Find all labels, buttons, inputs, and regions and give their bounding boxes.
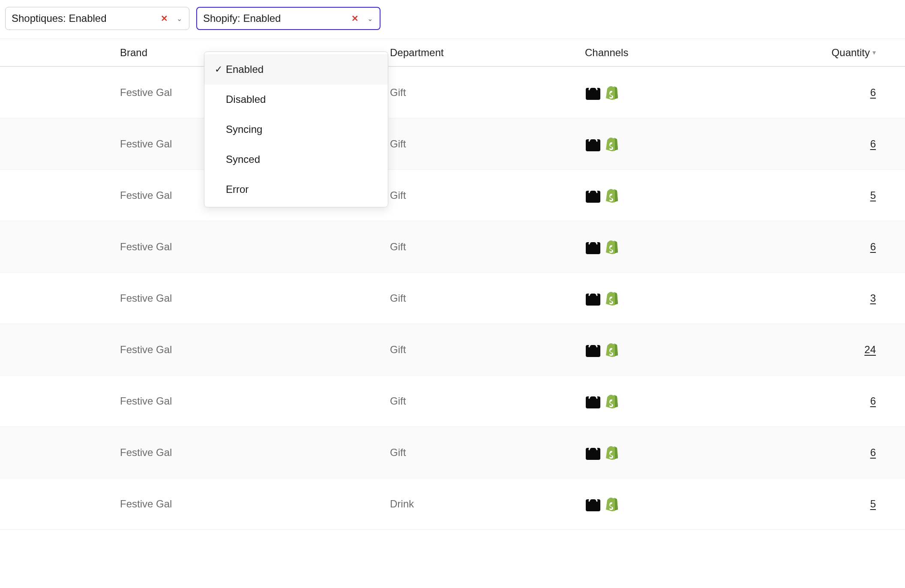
quantity-link[interactable]: 5 bbox=[870, 498, 876, 510]
td-brand: Festive Gal bbox=[120, 292, 390, 304]
shopify-icon bbox=[605, 291, 618, 306]
dropdown-option-label: Enabled bbox=[226, 63, 264, 75]
check-icon: ✓ bbox=[211, 64, 226, 75]
td-channels bbox=[585, 136, 771, 152]
shopify-icon bbox=[605, 342, 618, 357]
table-row[interactable]: Festive GalGift3 bbox=[0, 273, 905, 324]
td-brand: Festive Gal bbox=[120, 344, 390, 356]
filter-chip-shopify[interactable]: Shopify: Enabled ✕ ⌄ bbox=[196, 7, 381, 30]
td-department: Drink bbox=[390, 498, 585, 510]
filter-dropdown: ✓EnabledDisabledSyncingSyncedError bbox=[204, 51, 388, 207]
td-quantity: 24 bbox=[771, 344, 891, 356]
dropdown-option[interactable]: Synced bbox=[204, 144, 388, 174]
td-quantity: 5 bbox=[771, 189, 891, 201]
shopify-icon bbox=[605, 497, 618, 511]
filter-chip-label: Shopify: Enabled bbox=[203, 12, 345, 24]
quantity-link[interactable]: 24 bbox=[864, 344, 876, 355]
shoptiques-bag-icon bbox=[585, 84, 601, 101]
td-brand: Festive Gal bbox=[120, 241, 390, 253]
td-quantity: 6 bbox=[771, 241, 891, 253]
chevron-down-icon[interactable]: ⌄ bbox=[366, 15, 375, 23]
chevron-down-icon[interactable]: ⌄ bbox=[175, 15, 184, 23]
shoptiques-bag-icon bbox=[585, 290, 601, 306]
clear-icon[interactable]: ✕ bbox=[349, 13, 361, 24]
table-body: Festive GalGift6Festive GalGift6Festive … bbox=[0, 67, 905, 530]
shoptiques-bag-icon bbox=[585, 187, 601, 204]
td-brand: Festive Gal bbox=[120, 447, 390, 459]
td-brand: Festive Gal bbox=[120, 395, 390, 407]
quantity-link[interactable]: 6 bbox=[870, 138, 876, 150]
quantity-link[interactable]: 3 bbox=[870, 292, 876, 304]
shopify-icon bbox=[605, 137, 618, 151]
th-channels[interactable]: Channels bbox=[585, 47, 771, 59]
shopify-icon bbox=[605, 240, 618, 254]
td-quantity: 6 bbox=[771, 395, 891, 407]
th-quantity-label: Quantity bbox=[832, 47, 870, 59]
table-row[interactable]: Festive GalGift24 bbox=[0, 324, 905, 375]
td-department: Gift bbox=[390, 87, 585, 99]
shoptiques-bag-icon bbox=[585, 239, 601, 255]
td-department: Gift bbox=[390, 292, 585, 304]
dropdown-option[interactable]: Disabled bbox=[204, 84, 388, 114]
dropdown-option-label: Error bbox=[226, 183, 249, 195]
shoptiques-bag-icon bbox=[585, 393, 601, 409]
quantity-link[interactable]: 6 bbox=[870, 447, 876, 458]
filter-chip-label: Shoptiques: Enabled bbox=[12, 12, 154, 24]
td-channels bbox=[585, 496, 771, 512]
td-channels bbox=[585, 342, 771, 358]
th-department[interactable]: Department bbox=[390, 47, 585, 59]
dropdown-option[interactable]: Syncing bbox=[204, 114, 388, 144]
sort-desc-icon: ▾ bbox=[872, 48, 876, 57]
td-department: Gift bbox=[390, 189, 585, 201]
shoptiques-bag-icon bbox=[585, 444, 601, 461]
table-row[interactable]: Festive GalGift6 bbox=[0, 375, 905, 427]
td-department: Gift bbox=[390, 395, 585, 407]
table-row[interactable]: Festive GalGift6 bbox=[0, 67, 905, 118]
td-department: Gift bbox=[390, 447, 585, 459]
table-header: Brand Department Channels Quantity ▾ bbox=[0, 39, 905, 67]
td-quantity: 6 bbox=[771, 447, 891, 459]
dropdown-option-label: Synced bbox=[226, 153, 260, 165]
td-channels bbox=[585, 187, 771, 204]
quantity-link[interactable]: 5 bbox=[870, 189, 876, 201]
shopify-icon bbox=[605, 445, 618, 460]
dropdown-option-label: Disabled bbox=[226, 93, 266, 105]
dropdown-option[interactable]: Error bbox=[204, 174, 388, 204]
shopify-icon bbox=[605, 188, 618, 203]
table-row[interactable]: Festive GalDrink5 bbox=[0, 478, 905, 530]
filter-chip-shoptiques[interactable]: Shoptiques: Enabled ✕ ⌄ bbox=[5, 7, 189, 30]
td-department: Gift bbox=[390, 138, 585, 150]
td-brand: Festive Gal bbox=[120, 498, 390, 510]
shopify-icon bbox=[605, 394, 618, 408]
td-department: Gift bbox=[390, 344, 585, 356]
dropdown-option-label: Syncing bbox=[226, 123, 262, 135]
shoptiques-bag-icon bbox=[585, 342, 601, 358]
filter-bar: Shoptiques: Enabled ✕ ⌄ Shopify: Enabled… bbox=[0, 0, 905, 39]
td-channels bbox=[585, 444, 771, 461]
quantity-link[interactable]: 6 bbox=[870, 395, 876, 407]
table-row[interactable]: Festive GalGift6 bbox=[0, 118, 905, 170]
td-channels bbox=[585, 290, 771, 306]
shoptiques-bag-icon bbox=[585, 496, 601, 512]
td-channels bbox=[585, 84, 771, 101]
quantity-link[interactable]: 6 bbox=[870, 87, 876, 98]
table-row[interactable]: Festive GalGift5 bbox=[0, 170, 905, 221]
dropdown-option[interactable]: ✓Enabled bbox=[204, 54, 388, 84]
clear-icon[interactable]: ✕ bbox=[158, 13, 171, 24]
td-channels bbox=[585, 239, 771, 255]
table-row[interactable]: Festive GalGift6 bbox=[0, 427, 905, 478]
td-quantity: 5 bbox=[771, 498, 891, 510]
td-quantity: 3 bbox=[771, 292, 891, 304]
td-channels bbox=[585, 393, 771, 409]
td-quantity: 6 bbox=[771, 138, 891, 150]
td-quantity: 6 bbox=[771, 87, 891, 99]
shoptiques-bag-icon bbox=[585, 136, 601, 152]
shopify-icon bbox=[605, 85, 618, 100]
quantity-link[interactable]: 6 bbox=[870, 241, 876, 252]
th-quantity[interactable]: Quantity ▾ bbox=[771, 47, 891, 59]
table-row[interactable]: Festive GalGift6 bbox=[0, 221, 905, 273]
td-department: Gift bbox=[390, 241, 585, 253]
